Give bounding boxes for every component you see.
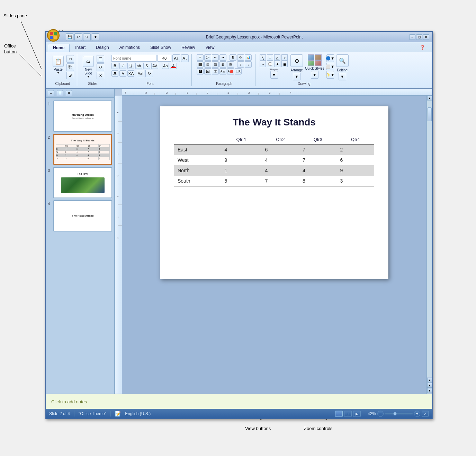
replace-button[interactable]: ↻ xyxy=(145,70,153,77)
slides-pane-outline[interactable]: ☰ xyxy=(57,90,63,96)
scroll-down-button[interactable]: ▼ xyxy=(427,388,432,393)
underline-button[interactable]: U xyxy=(127,63,134,69)
shape-line[interactable]: ╲ xyxy=(260,54,266,61)
line-spacing-button[interactable]: ↕ xyxy=(237,61,244,68)
text-bg-button[interactable]: A▲ xyxy=(219,68,226,74)
text-box-button[interactable]: ☐A xyxy=(235,68,242,74)
shape-fill-button[interactable]: 🔵▼ xyxy=(326,54,334,62)
font-size-large-button[interactable]: A xyxy=(111,70,118,77)
notes-placeholder[interactable]: Click to add notes xyxy=(51,399,87,404)
reset-button[interactable]: ↺ xyxy=(97,63,104,71)
zoom-out-button[interactable]: – xyxy=(377,411,384,417)
strikethrough-button[interactable]: ab xyxy=(135,63,142,69)
italic-button[interactable]: I xyxy=(119,63,126,69)
shapes-more-button[interactable]: ▼ xyxy=(270,71,278,79)
scroll-row-down-button[interactable]: ▼ xyxy=(427,383,432,388)
zoom-in-button[interactable]: + xyxy=(414,411,420,417)
shape-block[interactable]: ◼ xyxy=(281,61,288,67)
shape-callout[interactable]: 💬 xyxy=(267,61,273,67)
shape-arrow[interactable]: → xyxy=(260,61,266,67)
slideshow-view-button[interactable]: ▶ xyxy=(353,411,361,417)
quick-styles-dropdown[interactable]: ▼ xyxy=(311,71,318,79)
slides-pane-close[interactable]: ✕ xyxy=(66,90,72,96)
shape-effects-button[interactable]: ✨▼ xyxy=(326,71,334,79)
shape-circle[interactable]: ○ xyxy=(281,54,288,61)
change-case-button[interactable]: Aa xyxy=(162,63,169,69)
slide-4-thumbnail[interactable]: The Road Ahead xyxy=(53,200,112,231)
tab-design[interactable]: Design xyxy=(91,44,114,52)
shape-triangle[interactable]: △ xyxy=(274,54,280,61)
increase-indent-button[interactable]: ⇥ xyxy=(219,54,226,61)
slides-pane-minimize[interactable]: – xyxy=(48,90,54,96)
zoom-slider-thumb[interactable] xyxy=(393,412,397,415)
tab-review[interactable]: Review xyxy=(177,44,200,52)
restore-button[interactable]: ◻ xyxy=(416,34,422,40)
para-spacing-button[interactable]: ↨ xyxy=(245,61,252,68)
text-outline-button[interactable]: 🄰 xyxy=(204,68,211,74)
slide-canvas-area[interactable]: The Way It Stands Qtr 1 Qtr2 Qtr3 Qtr4 xyxy=(122,96,426,394)
clear-format-button[interactable]: ✕A xyxy=(127,70,134,77)
align-left-button[interactable]: ⬛ xyxy=(197,61,204,68)
fit-to-window-button[interactable]: ⤢ xyxy=(422,411,429,417)
paste-button[interactable]: 📋 Paste ▼ xyxy=(51,55,65,75)
undo-button[interactable]: ↩ xyxy=(74,33,82,41)
shadow-button[interactable]: S xyxy=(143,63,150,69)
shape-rect[interactable]: □ xyxy=(267,54,273,61)
customize-qa-button[interactable]: ▼ xyxy=(92,33,99,41)
delete-slide-button[interactable]: ✕ xyxy=(97,72,104,79)
text-shadow-button[interactable]: 🅰 xyxy=(197,68,204,74)
tab-animations[interactable]: Animations xyxy=(115,44,145,52)
numbering-button[interactable]: 1≡ xyxy=(204,54,211,61)
decrease-indent-button[interactable]: ⇤ xyxy=(212,54,219,61)
align-right-button[interactable]: ▥ xyxy=(212,61,219,68)
scroll-row-up-button[interactable]: ▲ xyxy=(427,378,432,383)
slide-1-thumbnail[interactable]: Marching Orders Something to believe in xyxy=(53,100,112,132)
slide-sorter-button[interactable]: ⊟ xyxy=(344,411,352,417)
layout-button[interactable]: ☰ xyxy=(97,55,104,63)
arrange-dropdown[interactable]: ▼ xyxy=(293,73,300,80)
new-slide-dropdown[interactable]: ▼ xyxy=(87,75,90,78)
help-button[interactable]: ❓ xyxy=(415,44,430,52)
slide-3-thumbnail[interactable]: The Idyll xyxy=(53,167,112,198)
convert-button[interactable]: ⟳ xyxy=(237,54,244,61)
scroll-up-button[interactable]: ▲ xyxy=(427,96,432,100)
office-button[interactable] xyxy=(47,29,60,42)
text-highlight-button[interactable]: Aa! xyxy=(137,70,144,77)
scroll-track[interactable] xyxy=(427,100,432,377)
increase-font-button[interactable]: A↑ xyxy=(172,54,180,62)
close-button[interactable]: ✕ xyxy=(423,34,429,40)
bold-button[interactable]: B xyxy=(111,63,118,69)
quick-style-4[interactable] xyxy=(315,60,322,66)
shape-star[interactable]: ★ xyxy=(274,61,280,67)
font-color-button[interactable]: A xyxy=(170,63,177,69)
align-center-button[interactable]: ▤ xyxy=(204,61,211,68)
redo-button[interactable]: ↪ xyxy=(83,33,91,41)
font-size-small-button[interactable]: A xyxy=(119,70,126,77)
tab-home[interactable]: Home xyxy=(48,44,70,52)
columns-button[interactable]: ⊟ xyxy=(227,61,234,68)
save-button[interactable]: 💾 xyxy=(66,33,73,41)
quick-style-1[interactable] xyxy=(308,54,315,60)
paste-dropdown[interactable]: ▼ xyxy=(57,71,60,74)
notes-pane[interactable]: Click to add notes xyxy=(46,394,432,409)
font-name-input[interactable] xyxy=(111,55,156,62)
normal-view-button[interactable]: ⊞ xyxy=(335,411,343,417)
justify-button[interactable]: ▦ xyxy=(219,61,226,68)
format-painter-button[interactable]: 🖌 xyxy=(66,72,74,79)
tab-slideshow[interactable]: Slide Show xyxy=(145,44,176,52)
zoom-slider[interactable] xyxy=(385,413,413,414)
copy-button[interactable]: ⿻ xyxy=(66,63,74,71)
slide-2-thumbnail[interactable]: The Way It Stands Q1Q2Q3Q4 E4672 W9476 xyxy=(53,134,112,165)
smartart-button[interactable]: 📊 xyxy=(245,54,252,61)
font-size-input[interactable] xyxy=(158,55,171,62)
cut-button[interactable]: ✂ xyxy=(66,55,74,63)
scroll-thumb[interactable] xyxy=(428,107,432,121)
text-color2-button[interactable]: A🔴 xyxy=(227,68,234,74)
new-slide-button[interactable]: 🗂 NewSlide ▼ xyxy=(81,55,95,79)
quick-style-2[interactable] xyxy=(315,54,322,60)
shape-outline-button[interactable]: ⬜▼ xyxy=(326,63,334,70)
bullets-button[interactable]: ≡ xyxy=(197,54,204,61)
tab-view[interactable]: View xyxy=(201,44,219,52)
char-spacing-button[interactable]: AV xyxy=(151,63,158,69)
quick-style-3[interactable] xyxy=(308,60,315,66)
